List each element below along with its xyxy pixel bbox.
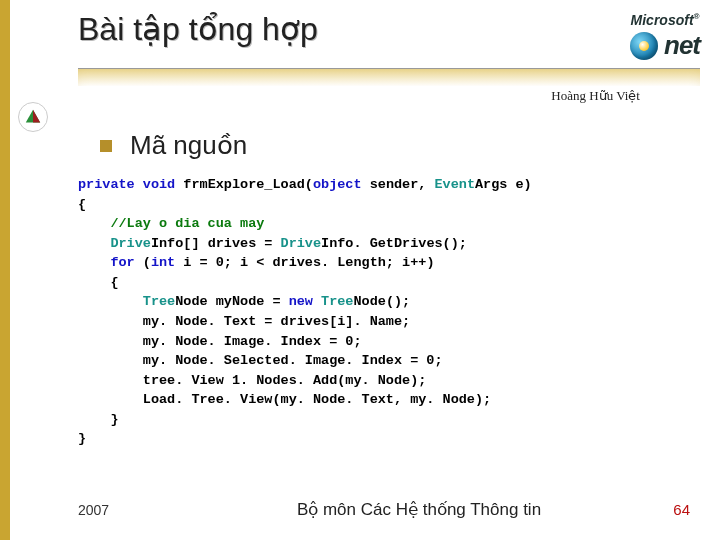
footer-department: Bộ môn Các Hệ thống Thông tin bbox=[188, 499, 650, 520]
author-name: Hoàng Hữu Việt bbox=[551, 88, 640, 104]
svg-marker-1 bbox=[33, 110, 40, 123]
slide-bullet-icon bbox=[18, 102, 48, 132]
square-bullet-icon bbox=[100, 140, 112, 152]
logo-net-text: net bbox=[664, 30, 700, 61]
subheading: Mã nguồn bbox=[100, 130, 247, 161]
footer: 2007 Bộ môn Các Hệ thống Thông tin 64 bbox=[78, 499, 690, 520]
accent-strip bbox=[0, 0, 10, 540]
dotnet-icon bbox=[630, 32, 658, 60]
registered-icon: ® bbox=[694, 12, 700, 21]
page-title: Bài tập tổng hợp bbox=[78, 12, 318, 47]
logo-top-text: Microsoft bbox=[631, 12, 694, 28]
footer-year: 2007 bbox=[78, 502, 188, 518]
msnet-logo: Microsoft® net bbox=[630, 12, 700, 61]
header-rule bbox=[78, 68, 700, 86]
code-block: private void frmExplore_Load(object send… bbox=[78, 175, 680, 449]
page-number: 64 bbox=[650, 501, 690, 518]
subheading-text: Mã nguồn bbox=[130, 130, 247, 161]
